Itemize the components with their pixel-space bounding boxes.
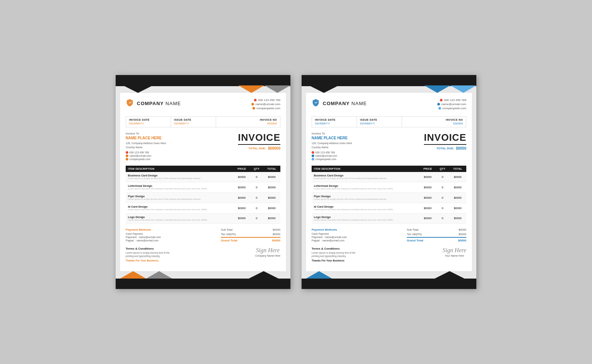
invoice-to-label: Invoice To (126, 132, 238, 135)
total-due-value-blue: $0000 (456, 146, 466, 150)
issue-date-value: DD/MM/YY (174, 122, 213, 125)
sign-area-orange: Sign Here Company Name Here (255, 247, 280, 257)
th-price-blue: PRICE (419, 166, 436, 172)
invoice-date-label: INVOICE DATE (129, 118, 168, 121)
btri-gray-orange (146, 271, 172, 279)
payment-methods-blue: Payment Methods Cash Payment Payoneer : … (312, 228, 407, 243)
table-row: Logo DesignLorem ipsum has been the indu… (312, 213, 466, 224)
subtotal-row-blue: Sub Total $0000 (407, 228, 466, 231)
bottom-bar-orange (116, 279, 290, 289)
issue-date-label: ISSUE DATE (174, 118, 213, 121)
payment-methods-orange: Payment Methods Cash Payment Payoneer : … (126, 228, 221, 243)
table-row: Letterhead DesignLorem ipsum has been th… (312, 182, 466, 193)
company-left-blue: COMPANY NAME (312, 98, 367, 108)
payment-cash: Cash Payment (126, 233, 221, 235)
items-table-blue: ITEM DESCRIPTION PRICE QTY TOTAL Busines… (312, 166, 466, 224)
tri-accent-gray (264, 85, 290, 93)
tri-accent-orange (238, 85, 264, 93)
th-qty-blue: QTY (436, 166, 449, 172)
table-row: Business Card DesignLorem ipsum is simpl… (312, 172, 466, 182)
shield-icon-blue (312, 98, 320, 108)
terms-section-blue: Terms & Conditions Lorem ipsum is simply… (312, 247, 466, 261)
tri-right-group-blue (424, 85, 476, 93)
company-contact-orange: 000 123 456 789 name@urmail.com companyw… (251, 98, 280, 111)
date-cell-invoice-no: INVOICE NO 000000 (216, 117, 280, 127)
total-due-row-blue: TOTAL DUE: $0000 (424, 144, 466, 150)
total-due-row-orange: TOTAL DUE: $00000 (238, 144, 280, 150)
company-web-blue: companyweb.com (443, 107, 466, 110)
sign-area-blue: Sign Here Your Name Here (443, 247, 466, 257)
phone-dot-blue (440, 99, 443, 101)
payment-payoneer: Payoneer : name@urmail.com (126, 236, 221, 238)
top-bar-blue (302, 75, 476, 86)
bottom-section-orange: Payment Methods Cash Payment Payoneer : … (126, 228, 280, 243)
tri-accent-blue-light (450, 85, 476, 93)
grand-total-value: $0000 (272, 239, 280, 242)
tri-right-group-orange (238, 85, 290, 93)
invoice-to-left-orange: Invoice To NAME PLACE HERE 126, Company … (126, 132, 238, 161)
btri-left-blue (306, 271, 358, 279)
date-cell-issue-date-blue: ISSUE DATE DD/MM/YY (357, 117, 402, 127)
invoice-to-section-orange: Invoice To NAME PLACE HERE 126, Company … (126, 132, 280, 161)
invoice-title-blue: INVOICE (424, 132, 466, 143)
invoice-no-value-blue: 000000 (405, 122, 463, 125)
company-header-orange: COMPANY NAME 000 123 456 789 name@urmail… (126, 98, 280, 111)
grand-total-label: Grand Total (221, 239, 237, 242)
invoice-date-value-blue: DD/MM/YY (315, 122, 354, 125)
sign-name-blue: Your Name Here (443, 254, 466, 257)
web-dot-blue (438, 107, 441, 110)
to-web-dot (126, 158, 128, 160)
subtotal-label-blue: Sub Total (407, 228, 418, 231)
email-dot-blue (437, 103, 440, 105)
invoice-to-contacts: 000 123 456 789 name@urmail.com companyw… (126, 151, 238, 160)
invoice-body-blue: COMPANY NAME 000 123 456 789 name@urmail… (306, 93, 472, 271)
shield-icon-orange (126, 98, 134, 108)
date-cell-issue-date: ISSUE DATE DD/MM/YY (171, 117, 216, 127)
subtotal-row: Sub Total $0000 (221, 228, 280, 231)
payment-payoneer-blue: Payoneer : name@urmail.com (312, 236, 407, 238)
total-due-value-orange: $00000 (268, 146, 280, 150)
payment-title-orange: Payment Methods (126, 228, 221, 231)
th-price: PRICE (234, 166, 250, 172)
to-web: companyweb.com (129, 158, 150, 160)
tax-value-blue: $0000 (459, 233, 466, 236)
date-row-blue: INVOICE DATE DD/MM/YY ISSUE DATE DD/MM/Y… (312, 116, 466, 127)
to-phone-blue: 000 123 456 789 (315, 151, 335, 154)
total-due-label-blue: TOTAL DUE: (437, 147, 454, 150)
invoice-to-name-blue: NAME PLACE HERE (312, 136, 424, 140)
table-row: Id Card DesignLorem ipsum has been the i… (312, 203, 466, 213)
tri-accent-blue-dark (424, 85, 450, 93)
date-row-orange: INVOICE DATE DD/MM/YY ISSUE DATE DD/MM/Y… (126, 116, 280, 127)
top-bar-orange (116, 75, 290, 86)
grand-total-value-blue: $0000 (458, 239, 466, 242)
company-contact-blue: 000 123 456 789 name@urmail.com companyw… (437, 98, 466, 111)
btri-left-orange (120, 271, 172, 279)
company-name-blue: COMPANY NAME (323, 101, 367, 106)
thanks-text-orange: Thanks For Your Business (126, 259, 255, 262)
sign-script-orange: Sign Here (255, 247, 280, 254)
terms-title-blue: Terms & Conditions (312, 247, 443, 250)
invoice-no-value: 000000 (219, 122, 277, 125)
total-due-label-orange: TOTAL DUE: (248, 147, 266, 150)
tax-label: Tax Vat(0%) (221, 233, 236, 236)
invoice-date-label-blue: INVOICE DATE (315, 118, 354, 121)
payment-title-blue: Payment Methods (312, 228, 407, 231)
invoice-to-address: 126, Company Address Goes HereCountry Na… (126, 142, 238, 149)
tri-left-blue (309, 85, 339, 93)
to-email: name@urmail.com (129, 155, 151, 157)
tax-value: $0000 (273, 233, 280, 236)
invoice-body-orange: COMPANY NAME 000 123 456 789 name@urmail… (120, 93, 286, 271)
grand-total-row-blue: Grand Total $0000 (407, 237, 466, 242)
invoice-to-label-blue: Invoice To (312, 132, 424, 135)
to-phone: 000 123 456 789 (129, 151, 149, 154)
totals-right-orange: Sub Total $0000 Tax Vat(0%) $0000 Grand … (221, 228, 280, 243)
bottom-section-blue: Payment Methods Cash Payment Payoneer : … (312, 228, 466, 243)
tax-row-blue: Tax Vat(0%) $0000 (407, 233, 466, 236)
company-name-orange: COMPANY NAME (137, 101, 181, 106)
company-phone: 000 123 456 789 (258, 98, 280, 102)
subtotal-label: Sub Total (221, 228, 232, 231)
payment-cash-blue: Cash Payment (312, 233, 407, 235)
totals-right-blue: Sub Total $0000 Tax Vat(0%) $0000 Grand … (407, 228, 466, 243)
tax-row: Tax Vat(0%) $0000 (221, 233, 280, 236)
date-cell-invoice-date-blue: INVOICE DATE DD/MM/YY (312, 117, 357, 127)
